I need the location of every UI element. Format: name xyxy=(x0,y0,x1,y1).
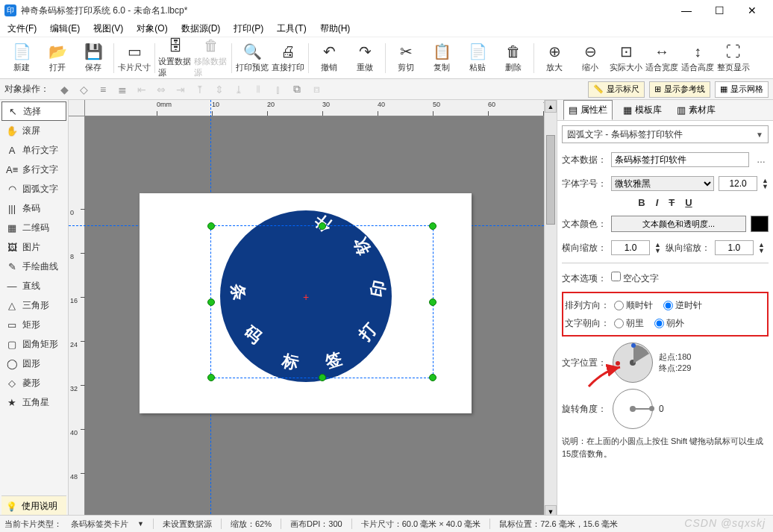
group-icon[interactable]: ⧉ xyxy=(290,82,304,97)
toolbar-粘贴[interactable]: 📄粘贴 xyxy=(460,40,495,77)
tool-三角形[interactable]: △三角形 xyxy=(1,295,66,315)
toolbar-剪切[interactable]: ✂剪切 xyxy=(389,40,423,77)
dir-cw-radio[interactable]: 顺时针 xyxy=(614,299,653,312)
tool-手绘曲线[interactable]: ✎手绘曲线 xyxy=(1,257,66,276)
vscale-input[interactable] xyxy=(715,240,754,255)
hollow-text-checkbox[interactable]: 空心文字 xyxy=(611,272,659,285)
toolbar-打印预览[interactable]: 🔍打印预览 xyxy=(235,40,269,77)
menu-item[interactable]: 编辑(E) xyxy=(47,21,83,37)
toolbar-删除[interactable]: 🗑删除 xyxy=(496,40,531,77)
resize-handle-w[interactable] xyxy=(207,298,215,306)
layer4-icon[interactable]: ≣ xyxy=(115,82,130,97)
toolbar-卡片尺寸[interactable]: ▭卡片尺寸 xyxy=(117,40,151,77)
toolbar-实际大小[interactable]: ⊡实际大小 xyxy=(609,40,643,77)
stepper-icon[interactable]: ▲▼ xyxy=(762,178,769,190)
scroll-up-button[interactable]: ▲ xyxy=(545,100,557,113)
toolbar-重做[interactable]: ↷重做 xyxy=(348,40,382,77)
menu-item[interactable]: 打印(P) xyxy=(231,21,266,37)
app-icon: 印 xyxy=(4,4,16,16)
tool-圆形[interactable]: ◯圆形 xyxy=(1,354,66,373)
rotation-dial[interactable] xyxy=(613,389,653,429)
toolbar-label: 整页显示 xyxy=(717,62,750,73)
tool-圆角矩形[interactable]: ▢圆角矩形 xyxy=(1,334,66,354)
ruler-icon: 📏 xyxy=(593,84,604,94)
stepper-icon[interactable]: ▲▼ xyxy=(758,242,765,254)
menu-item[interactable]: 工具(T) xyxy=(274,21,309,37)
selection-bounds[interactable] xyxy=(210,225,434,378)
text-data-more-button[interactable]: … xyxy=(754,154,769,165)
dir-ccw-radio[interactable]: 逆时针 xyxy=(663,299,702,312)
resize-handle-se[interactable] xyxy=(429,374,436,381)
stepper-icon[interactable]: ▲▼ xyxy=(654,242,661,254)
tab-templates[interactable]: ▦模板库 xyxy=(619,101,666,119)
scroll-thumb[interactable] xyxy=(546,135,555,225)
tool-二维码[interactable]: ▦二维码 xyxy=(1,218,66,237)
layer-icon[interactable]: ◆ xyxy=(57,82,72,97)
face-in-radio[interactable]: 朝里 xyxy=(614,317,644,330)
tool-五角星[interactable]: ★五角星 xyxy=(1,392,66,412)
toolbar-适合高度[interactable]: ↕适合高度 xyxy=(680,40,715,77)
tool-滚屏[interactable]: ✋滚屏 xyxy=(1,121,66,140)
menu-item[interactable]: 文件(F) xyxy=(4,21,40,37)
help-button[interactable]: 💡使用说明 xyxy=(1,495,66,516)
tool-多行文字[interactable]: A≡多行文字 xyxy=(1,160,66,179)
resize-handle-e[interactable] xyxy=(429,298,436,306)
tool-圆弧文字[interactable]: ◠圆弧文字 xyxy=(1,179,66,198)
show-guide-toggle[interactable]: ⊞显示参考线 xyxy=(649,81,710,98)
tool-矩形[interactable]: ▭矩形 xyxy=(1,315,66,334)
color-swatch[interactable] xyxy=(751,216,769,232)
resize-handle-nw[interactable] xyxy=(207,222,215,230)
maximize-button[interactable]: ☐ xyxy=(703,0,736,21)
tool-直线[interactable]: —直线 xyxy=(1,276,66,295)
strike-button[interactable]: T xyxy=(669,197,675,209)
toolbar-复制[interactable]: 📋复制 xyxy=(425,40,459,77)
tool-菱形[interactable]: ◇菱形 xyxy=(1,373,66,392)
resize-handle-n[interactable] xyxy=(319,222,326,230)
toolbar-撤销[interactable]: ↶撤销 xyxy=(312,40,346,77)
toolbar-直接打印[interactable]: 🖨直接打印 xyxy=(271,40,305,77)
layer3-icon[interactable]: ≡ xyxy=(96,82,110,97)
toolbar-打开[interactable]: 📂打开 xyxy=(40,40,75,77)
menu-item[interactable]: 数据源(D) xyxy=(178,21,224,37)
close-button[interactable]: ✕ xyxy=(736,0,769,21)
resize-handle-s[interactable] xyxy=(319,374,326,381)
layer2-icon[interactable]: ◇ xyxy=(76,82,91,97)
hscale-input[interactable] xyxy=(611,240,650,255)
font-family-select[interactable]: 微软雅黑 xyxy=(611,176,714,191)
toolbar-适合宽度[interactable]: ↔适合宽度 xyxy=(645,40,679,77)
menu-item[interactable]: 帮助(H) xyxy=(317,21,354,37)
canvas-area[interactable]: 0mm10203040506070 081624324048 + 条 码 标 签… xyxy=(69,100,544,518)
status-card-type-value[interactable]: 条码标签类卡片 xyxy=(71,519,128,530)
object-type-dropdown[interactable]: 圆弧文字 - 条码标签打印软件▼ xyxy=(562,125,769,143)
minimize-button[interactable]: — xyxy=(670,0,703,21)
tab-materials[interactable]: ▥素材库 xyxy=(672,101,720,119)
underline-button[interactable]: U xyxy=(685,197,692,209)
dist-v-icon: ⫿ xyxy=(270,82,285,97)
canvas-scrollbar-v[interactable]: ▲ ▼ xyxy=(544,100,557,518)
show-ruler-toggle[interactable]: 📏显示标尺 xyxy=(588,81,645,98)
text-color-button[interactable]: 文本颜色和透明度... xyxy=(611,216,746,232)
toolbar-缩小[interactable]: ⊖缩小 xyxy=(573,40,607,77)
toolbar-放大[interactable]: ⊕放大 xyxy=(537,40,572,77)
text-data-input[interactable] xyxy=(611,152,749,167)
font-size-input[interactable] xyxy=(719,176,757,191)
tab-properties[interactable]: ▤属性栏 xyxy=(563,100,613,120)
status-bar: 当前卡片类型： 条码标签类卡片▼ 未设置数据源 缩放：62% 画布DPI：300… xyxy=(0,515,773,532)
tool-选择[interactable]: ↖选择 xyxy=(1,101,66,121)
show-grid-toggle[interactable]: ▦显示网格 xyxy=(715,81,769,98)
bold-button[interactable]: B xyxy=(638,197,645,209)
tool-图片[interactable]: 🖼图片 xyxy=(1,237,66,257)
toolbar-label: 移除数据源 xyxy=(194,56,228,78)
resize-handle-sw[interactable] xyxy=(207,374,215,381)
toolbar-新建[interactable]: 📄新建 xyxy=(4,40,39,77)
toolbar-整页显示[interactable]: ⛶整页显示 xyxy=(716,40,751,77)
italic-button[interactable]: I xyxy=(656,197,659,209)
menu-item[interactable]: 视图(V) xyxy=(90,21,126,37)
tool-单行文字[interactable]: A单行文字 xyxy=(1,140,66,160)
face-out-radio[interactable]: 朝外 xyxy=(654,317,684,330)
toolbar-保存[interactable]: 💾保存 xyxy=(76,40,110,77)
resize-handle-ne[interactable] xyxy=(429,222,436,230)
menu-item[interactable]: 对象(O) xyxy=(134,21,170,37)
tool-条码[interactable]: |||条码 xyxy=(1,198,66,218)
toolbar-设置数据源[interactable]: 🗄设置数据源 xyxy=(158,40,193,77)
